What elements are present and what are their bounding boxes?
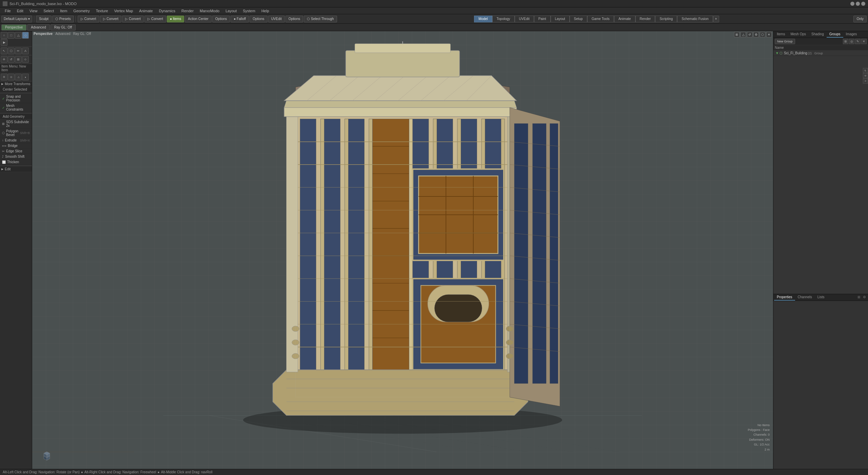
menu-help[interactable]: Help xyxy=(259,8,272,14)
maximize-button[interactable] xyxy=(856,2,860,6)
bridge-item[interactable]: ⟺ Bridge xyxy=(0,143,32,149)
tab-lists[interactable]: Lists xyxy=(815,294,827,301)
tab-paint[interactable]: Paint xyxy=(534,16,551,22)
tab-setup[interactable]: Setup xyxy=(570,16,587,22)
tab-groups[interactable]: Groups xyxy=(827,31,843,38)
tool-circle[interactable]: ○ xyxy=(1,32,7,39)
smooth-shift-item[interactable]: ⤴ Smooth Shift xyxy=(0,154,32,159)
sds-subdivide-item[interactable]: ⊞ SDS Subdivide 2x xyxy=(0,119,32,129)
convert-button-2[interactable]: ▷ Convert xyxy=(100,16,122,22)
convert-button-3[interactable]: ▷ Convert xyxy=(122,16,144,22)
vp-ctrl-6[interactable]: ✕ xyxy=(766,32,772,37)
menu-geometry[interactable]: Geometry xyxy=(71,8,92,14)
rp-tool-1[interactable]: ⊞ xyxy=(843,39,848,44)
menu-file[interactable]: File xyxy=(2,8,14,14)
bottom-panel-settings[interactable]: ⚙ xyxy=(862,294,867,301)
viewport[interactable]: Perspective Advanced Ray GL: Off ⊞ △ ↺ ⚙… xyxy=(32,31,773,469)
convert-button-1[interactable]: ▷ Convert xyxy=(78,16,99,22)
menu-vertex-map[interactable]: Vertex Map xyxy=(112,8,136,14)
layouts-dropdown[interactable]: Default Layouts ▾ xyxy=(1,16,32,22)
action-center-button[interactable]: Action Center xyxy=(185,16,212,22)
only-button[interactable]: Only xyxy=(853,16,867,22)
tool-sm-3[interactable]: △ xyxy=(15,74,22,80)
tab-mesh-ops[interactable]: Mesh Ops xyxy=(788,31,809,38)
tool-transform[interactable]: ⊹ xyxy=(22,56,29,63)
tab-properties[interactable]: Properties xyxy=(774,294,795,301)
menu-dynamics[interactable]: Dynamics xyxy=(156,8,178,14)
vp-ctrl-1[interactable]: ⊞ xyxy=(734,32,739,37)
tool-sm-1[interactable]: ⊞ xyxy=(1,74,7,80)
thicken-item[interactable]: ⬜ Thicken xyxy=(0,159,32,165)
presets-button[interactable]: ⬡ Presets xyxy=(52,16,74,22)
edge-slice-item[interactable]: ✂ Edge Slice xyxy=(0,149,32,154)
add-geometry-header[interactable]: Add Geometry xyxy=(0,114,32,119)
tab-game-tools[interactable]: Game Tools xyxy=(587,16,614,22)
tool-diamond[interactable]: ◇ xyxy=(22,32,29,39)
vp-ctrl-3[interactable]: ↺ xyxy=(747,32,752,37)
tool-sm-4[interactable]: ♦ xyxy=(22,74,29,80)
tool-paint[interactable]: ✏ xyxy=(15,48,22,54)
menu-render[interactable]: Render xyxy=(179,8,196,14)
tool-select-arrow[interactable]: ↖ xyxy=(1,48,7,54)
menu-texture[interactable]: Texture xyxy=(93,8,111,14)
expand-btn[interactable]: ▶ xyxy=(1,39,7,46)
menu-layout[interactable]: Layout xyxy=(223,8,239,14)
group-item-sci-fi-building[interactable]: ▼ ⬡ Sci_Fi_Building (2) Group xyxy=(773,51,868,56)
tool-sm-2[interactable]: ◎ xyxy=(8,74,15,80)
mesh-constraints-item[interactable]: ✓ Mesh Constraints xyxy=(0,103,32,112)
convert-button-4[interactable]: ▷ Convert xyxy=(144,16,166,22)
new-group-button[interactable]: New Group xyxy=(775,39,795,44)
rp-tool-2[interactable]: ◎ xyxy=(849,39,854,44)
tab-images[interactable]: Images xyxy=(843,31,860,38)
close-button[interactable] xyxy=(861,2,865,6)
tab-layout[interactable]: Layout xyxy=(551,16,570,22)
raygl-button[interactable]: Ray GL: Off xyxy=(51,24,76,31)
extrude-item[interactable]: ↑ Extrude Shift+X xyxy=(0,138,32,143)
tab-uvedit[interactable]: UVEdit xyxy=(515,16,534,22)
vp-ctrl-2[interactable]: △ xyxy=(741,32,746,37)
snap-precision-item[interactable]: ✓ Snap and Precision xyxy=(0,94,32,103)
menu-select[interactable]: Select xyxy=(41,8,57,14)
tab-model[interactable]: Model xyxy=(474,16,492,22)
advanced-button[interactable]: Advanced xyxy=(27,24,50,31)
tab-animate[interactable]: Animate xyxy=(614,16,635,22)
menu-marxomodo[interactable]: MarxoModo xyxy=(197,8,222,14)
menu-system[interactable]: System xyxy=(240,8,258,14)
tab-render[interactable]: Render xyxy=(635,16,655,22)
edit-header[interactable]: ▶Edit xyxy=(0,167,32,172)
tool-lasso[interactable]: ⬡ xyxy=(8,48,15,54)
center-selected-header[interactable]: Center Selected xyxy=(0,87,32,92)
tool-square[interactable]: □ xyxy=(8,32,15,39)
tab-schematic[interactable]: Schematic Fusion xyxy=(677,16,713,22)
polygon-bevel-item[interactable]: ⬡ Polygon Bevel Shift+B xyxy=(0,129,32,138)
falloff-button[interactable]: ● Falloff xyxy=(231,16,249,22)
options-button-1[interactable]: Options xyxy=(212,16,230,22)
menu-edit[interactable]: Edit xyxy=(14,8,26,14)
minimize-button[interactable] xyxy=(850,2,854,6)
window-controls[interactable] xyxy=(850,2,865,6)
more-transforms-header[interactable]: ▶More Transforms xyxy=(0,81,32,87)
uvedit-button[interactable]: UVEdit xyxy=(268,16,285,22)
sculpt-button[interactable]: Sculpt xyxy=(36,16,52,22)
select-through-button[interactable]: ⬡ Select Through xyxy=(304,16,337,22)
options-button-2[interactable]: Options xyxy=(250,16,267,22)
tab-items[interactable]: Items xyxy=(774,31,788,38)
vp-ctrl-4[interactable]: ⚙ xyxy=(753,32,759,37)
perspective-button[interactable]: Perspective xyxy=(1,24,26,31)
tool-move[interactable]: ✛ xyxy=(1,56,7,63)
rp-tool-3[interactable]: ✎ xyxy=(855,39,861,44)
vp-ctrl-5[interactable]: ⬡ xyxy=(760,32,765,37)
tool-text[interactable]: A xyxy=(22,48,29,54)
tab-shading[interactable]: Shading xyxy=(809,31,827,38)
tool-rotate[interactable]: ↺ xyxy=(8,56,15,63)
items-button[interactable]: ● Items xyxy=(167,16,184,22)
tab-scripting[interactable]: Scripting xyxy=(655,16,677,22)
tool-triangle[interactable]: △ xyxy=(15,32,22,39)
menu-item[interactable]: Item xyxy=(57,8,70,14)
bottom-panel-expand[interactable]: ⊞ xyxy=(856,294,862,301)
tab-channels[interactable]: Channels xyxy=(795,294,815,301)
tool-scale[interactable]: ⊞ xyxy=(15,56,22,63)
tab-topology[interactable]: Topology xyxy=(492,16,515,22)
add-tab-button[interactable]: + xyxy=(713,16,719,22)
options-button-3[interactable]: Options xyxy=(285,16,303,22)
